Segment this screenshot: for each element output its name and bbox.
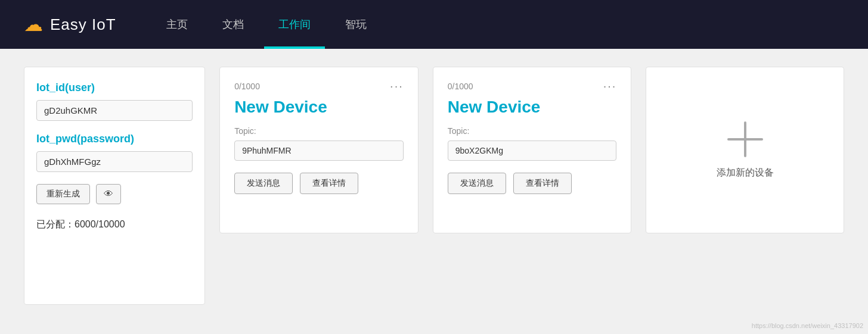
topic-label-1: Topic: [234,126,404,136]
topic-input-2[interactable] [448,141,617,161]
iot-id-label[interactable]: Iot_id(user) [36,82,193,94]
card-top-1: 0/1000 ··· [234,79,404,93]
nav-item-docs[interactable]: 文档 [208,0,258,49]
nav-item-play[interactable]: 智玩 [331,0,381,49]
main-content: Iot_id(user) Iot_pwd(password) 重新生成 👁 已分… [0,49,868,323]
send-message-btn-2[interactable]: 发送消息 [448,173,506,194]
iot-pwd-input[interactable] [36,151,193,172]
nav-item-workspace[interactable]: 工作间 [264,0,325,49]
add-device-card[interactable]: 添加新的设备 [646,67,844,233]
iot-pwd-label[interactable]: Iot_pwd(password) [36,133,193,145]
allocated-info: 已分配：6000/10000 [36,218,193,231]
device-title-2: New Device [448,98,617,117]
topic-label-2: Topic: [448,126,617,136]
send-message-btn-1[interactable]: 发送消息 [234,173,293,194]
header: ☁ Easy IoT 主页 文档 工作间 智玩 [0,0,868,49]
device-actions-1: 发送消息 查看详情 [234,173,404,194]
credentials-panel: Iot_id(user) Iot_pwd(password) 重新生成 👁 已分… [24,67,205,305]
device-card-1: 0/1000 ··· New Device Topic: 发送消息 查看详情 [219,67,418,233]
device-actions-2: 发送消息 查看详情 [448,173,617,194]
more-options-1[interactable]: ··· [390,79,404,93]
logo-icon: ☁ [24,13,43,36]
more-options-2[interactable]: ··· [603,79,617,93]
logo-area: ☁ Easy IoT [24,13,116,36]
device-card-2: 0/1000 ··· New Device Topic: 发送消息 查看详情 [433,67,632,233]
device-count-2: 0/1000 [448,82,473,91]
main-nav: 主页 文档 工作间 智玩 [152,0,381,49]
eye-icon: 👁 [104,189,113,199]
device-count-1: 0/1000 [234,82,260,91]
regenerate-button[interactable]: 重新生成 [36,184,90,204]
nav-item-home[interactable]: 主页 [152,0,202,49]
view-details-btn-2[interactable]: 查看详情 [513,173,572,194]
iot-id-input[interactable] [36,100,193,121]
toggle-visibility-button[interactable]: 👁 [96,184,121,204]
add-plus-icon [727,121,763,157]
credentials-actions: 重新生成 👁 [36,184,193,204]
add-device-label: 添加新的设备 [717,167,774,179]
card-top-2: 0/1000 ··· [448,79,617,93]
logo-text: Easy IoT [50,15,116,34]
view-details-btn-1[interactable]: 查看详情 [300,173,358,194]
watermark: https://blog.csdn.net/weixin_43317902 [752,322,863,329]
device-title-1: New Device [234,98,404,117]
topic-input-1[interactable] [234,141,404,161]
